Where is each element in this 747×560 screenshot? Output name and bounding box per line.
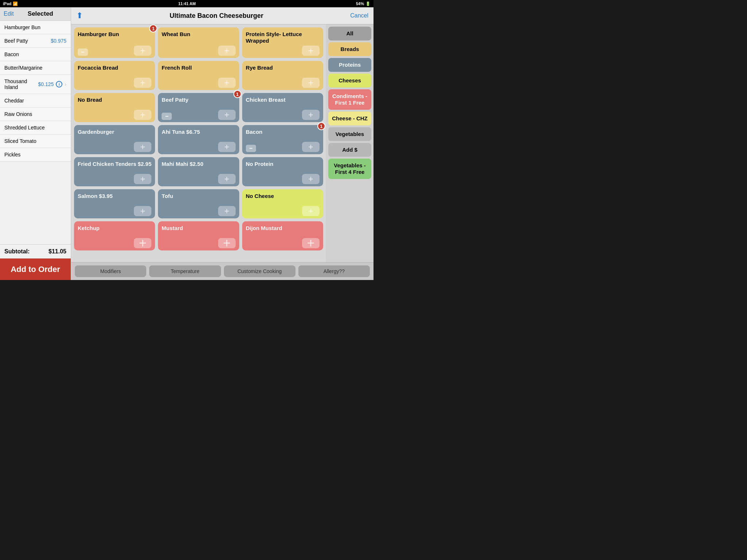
minus-button[interactable]: −: [78, 48, 88, 56]
item-tile-bottom: +: [246, 46, 320, 56]
item-tile[interactable]: Ketchup+: [74, 221, 155, 250]
plus-button[interactable]: +: [218, 110, 236, 120]
plus-button[interactable]: +: [218, 78, 236, 88]
item-tile[interactable]: Wheat Bun+: [158, 27, 239, 58]
item-badge: 1: [317, 122, 325, 130]
item-tile[interactable]: French Roll+: [158, 61, 239, 90]
plus-button[interactable]: +: [218, 142, 236, 152]
content-area: 1Hamburger Bun−+Wheat Bun+Protein Style-…: [71, 24, 374, 262]
item-tile[interactable]: Tofu+: [158, 189, 239, 218]
item-tile[interactable]: Chicken Breast+: [242, 93, 323, 122]
plus-button[interactable]: +: [218, 238, 236, 248]
plus-button[interactable]: +: [134, 206, 151, 216]
share-icon[interactable]: ⬆: [76, 11, 83, 20]
order-item: Sliced Tomato: [0, 135, 71, 148]
item-tile[interactable]: Salmon $3.95+: [74, 189, 155, 218]
item-tile[interactable]: Fried Chicken Tenders $2.95+: [74, 157, 155, 186]
item-badge: 1: [233, 90, 241, 98]
plus-button[interactable]: +: [218, 46, 236, 56]
item-tile-name: Gardenburger: [78, 129, 151, 135]
plus-button[interactable]: +: [134, 174, 151, 184]
category-button[interactable]: Cheeses: [328, 74, 371, 88]
plus-button[interactable]: +: [134, 78, 151, 88]
order-items-list: Hamburger BunBeef Patty$0.975BaconButter…: [0, 21, 71, 244]
item-tile-bottom: +: [162, 238, 235, 248]
order-item: Raw Onions: [0, 108, 71, 121]
items-grid: 1Hamburger Bun−+Wheat Bun+Protein Style-…: [71, 24, 326, 262]
plus-button[interactable]: +: [218, 174, 236, 184]
order-item-name: Butter/Margarine: [4, 65, 42, 71]
plus-button[interactable]: +: [302, 78, 320, 88]
bottom-tabs: ModifiersTemperatureCustomize CookingAll…: [71, 262, 374, 280]
category-sidebar: AllBreadsProteinsCheesesCondiments - Fir…: [326, 24, 374, 262]
minus-button[interactable]: −: [246, 145, 256, 152]
order-item: Hamburger Bun: [0, 21, 71, 34]
item-tile-name: Ketchup: [78, 225, 151, 232]
item-tile[interactable]: Ahi Tuna $6.75+: [158, 125, 239, 154]
item-tile-bottom: +: [246, 238, 320, 248]
plus-button[interactable]: +: [134, 110, 151, 120]
category-button[interactable]: Cheese - CHZ: [328, 112, 371, 125]
item-tile-name: Dijon Mustard: [246, 225, 320, 232]
plus-button[interactable]: +: [218, 206, 236, 216]
item-tile[interactable]: No Bread+: [74, 93, 155, 122]
cancel-button[interactable]: Cancel: [350, 12, 368, 19]
category-button[interactable]: Proteins: [328, 58, 371, 72]
order-item-price: $0.125: [38, 81, 54, 87]
item-tile[interactable]: No Protein+: [242, 157, 323, 186]
chevron-icon: ›: [65, 81, 66, 87]
edit-button[interactable]: Edit: [4, 11, 14, 17]
item-tile[interactable]: Rye Bread+: [242, 61, 323, 90]
plus-button[interactable]: +: [302, 142, 320, 152]
item-tile-name: No Cheese: [246, 193, 320, 199]
category-button[interactable]: Breads: [328, 42, 371, 56]
info-icon[interactable]: i: [56, 81, 62, 88]
category-button[interactable]: All: [328, 27, 371, 40]
right-header: ⬆ Ultimate Bacon Cheeseburger Cancel: [71, 7, 374, 24]
category-button[interactable]: Vegetables: [328, 127, 371, 141]
bottom-tab-button[interactable]: Modifiers: [75, 265, 146, 277]
item-tile[interactable]: Gardenburger+: [74, 125, 155, 154]
plus-button[interactable]: +: [302, 206, 320, 216]
plus-button[interactable]: +: [302, 46, 320, 56]
category-button[interactable]: Add $: [328, 143, 371, 157]
category-button[interactable]: Vegetables - First 4 Free: [328, 159, 371, 179]
plus-button[interactable]: +: [302, 174, 320, 184]
plus-button[interactable]: +: [302, 110, 320, 120]
order-item-name: Thousand Island: [4, 78, 38, 90]
selected-title: Selected: [28, 10, 53, 18]
item-tile[interactable]: No Cheese+: [242, 189, 323, 218]
plus-button[interactable]: +: [134, 46, 151, 56]
order-item-name: Cheddar: [4, 98, 24, 104]
bottom-tab-button[interactable]: Customize Cooking: [224, 265, 295, 277]
item-tile[interactable]: Dijon Mustard+: [242, 221, 323, 250]
item-tile-bottom: +: [78, 238, 151, 248]
order-item: Shredded Lettuce: [0, 121, 71, 135]
order-item: Thousand Island$0.125i›: [0, 75, 71, 94]
item-tile[interactable]: Mahi Mahi $2.50+: [158, 157, 239, 186]
plus-button[interactable]: +: [134, 238, 151, 248]
item-tile[interactable]: 1Beef Patty−+: [158, 93, 239, 122]
item-tile-name: Rye Bread: [246, 65, 320, 71]
ipad-label: iPad: [3, 1, 11, 6]
item-tile[interactable]: 1Hamburger Bun−+: [74, 27, 155, 58]
bottom-tab-button[interactable]: Allergy??: [298, 265, 370, 277]
minus-button[interactable]: −: [162, 113, 172, 120]
order-item-info: $0.125i›: [38, 81, 67, 88]
item-tile[interactable]: Mustard+: [158, 221, 239, 250]
order-item: Bacon: [0, 48, 71, 61]
item-tile-bottom: +: [78, 142, 151, 152]
item-tile-name: Ahi Tuna $6.75: [162, 129, 235, 135]
item-tile-bottom: +: [246, 110, 320, 120]
add-to-order-button[interactable]: Add to Order: [0, 258, 71, 280]
item-tile-name: Bacon: [246, 129, 320, 135]
category-button[interactable]: Condiments - First 1 Free: [328, 89, 371, 110]
item-tile[interactable]: Protein Style- Lettuce Wrapped+: [242, 27, 323, 58]
item-tile[interactable]: Focaccia Bread+: [74, 61, 155, 90]
plus-button[interactable]: +: [302, 238, 320, 248]
bottom-tab-button[interactable]: Temperature: [149, 265, 221, 277]
item-tile[interactable]: 1Bacon−+: [242, 125, 323, 154]
plus-button[interactable]: +: [134, 142, 151, 152]
item-tile-bottom: +: [78, 174, 151, 184]
item-tile-bottom: +: [78, 206, 151, 216]
